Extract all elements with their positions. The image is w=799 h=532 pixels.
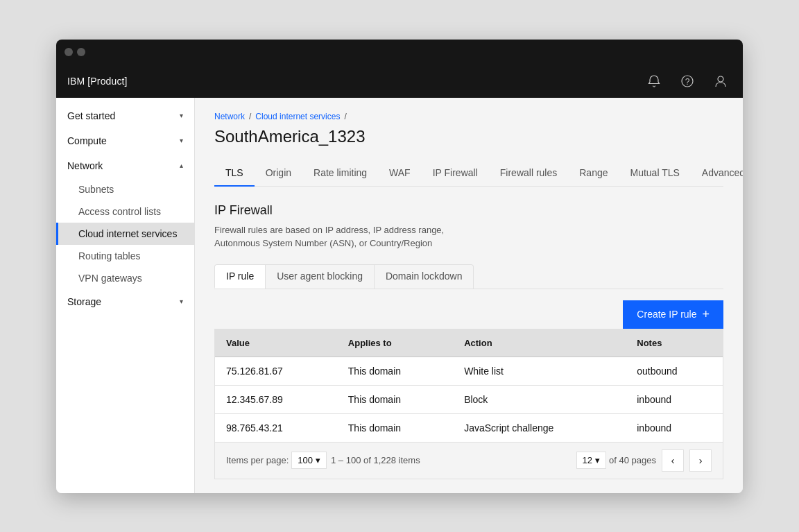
items-per-page-label: Items per page: bbox=[226, 455, 289, 465]
brand-label: IBM [Product] bbox=[67, 76, 128, 87]
items-per-page-select[interactable]: 100 ▾ bbox=[291, 452, 327, 469]
chevron-down-icon: ▾ bbox=[595, 455, 600, 465]
topnav: IBM [Product] ? bbox=[56, 65, 743, 98]
tab-range[interactable]: Range bbox=[568, 160, 619, 187]
sidebar-category-network[interactable]: Network ▴ bbox=[56, 153, 194, 178]
cell-applies-to: This domain bbox=[337, 385, 453, 413]
page-number-select[interactable]: 12 ▾ bbox=[576, 452, 606, 469]
titlebar bbox=[56, 40, 743, 65]
breadcrumb-network[interactable]: Network bbox=[214, 112, 245, 121]
pagination: Items per page: 100 ▾ 1 – 100 of 1,228 i… bbox=[215, 442, 723, 479]
col-header-notes: Notes bbox=[626, 329, 723, 357]
cell-value: 98.765.43.21 bbox=[215, 413, 337, 442]
chevron-down-icon: ▾ bbox=[180, 298, 183, 305]
window-controls bbox=[65, 48, 85, 56]
tab-advanced[interactable]: Advanced bbox=[691, 160, 743, 187]
sidebar-item-subnets[interactable]: Subnets bbox=[56, 178, 194, 200]
table-row[interactable]: 75.126.81.67 This domain White list outb… bbox=[215, 357, 723, 385]
items-range-label: 1 – 100 of 1,228 items bbox=[331, 455, 420, 465]
sub-tab-user-agent-blocking[interactable]: User agent blocking bbox=[265, 264, 375, 289]
tab-ip-firewall[interactable]: IP Firewall bbox=[422, 160, 489, 187]
sidebar-section-compute: Compute ▾ bbox=[56, 128, 194, 153]
cell-action: Block bbox=[453, 385, 626, 413]
cell-applies-to: This domain bbox=[337, 413, 453, 442]
svg-text:?: ? bbox=[685, 76, 690, 86]
page-select: 12 ▾ of 40 pages bbox=[576, 452, 656, 469]
firewall-description: Firewall rules are based on IP address, … bbox=[214, 223, 723, 250]
sidebar: Get started ▾ Compute ▾ Network ▴ Subnet… bbox=[56, 98, 195, 493]
main-layout: Get started ▾ Compute ▾ Network ▴ Subnet… bbox=[56, 98, 743, 493]
cell-notes: inbound bbox=[626, 413, 723, 442]
sidebar-section-get-started: Get started ▾ bbox=[56, 103, 194, 128]
tab-mutual-tls[interactable]: Mutual TLS bbox=[619, 160, 691, 187]
breadcrumb-cloud-internet[interactable]: Cloud internet services bbox=[255, 112, 340, 121]
tab-tls[interactable]: TLS bbox=[214, 160, 255, 187]
sidebar-section-network: Network ▴ Subnets Access control lists C… bbox=[56, 153, 194, 289]
next-page-button[interactable]: › bbox=[689, 449, 712, 472]
breadcrumb-sep-2: / bbox=[344, 112, 346, 121]
prev-page-button[interactable]: ‹ bbox=[662, 449, 684, 472]
col-header-applies-to: Applies to bbox=[337, 329, 453, 357]
chevron-down-icon: ▾ bbox=[180, 137, 183, 144]
notification-icon[interactable] bbox=[643, 70, 665, 92]
cell-value: 75.126.81.67 bbox=[215, 357, 337, 385]
dot-minimize bbox=[77, 48, 85, 56]
firewall-section-title: IP Firewall bbox=[214, 203, 723, 218]
sub-tab-ip-rule[interactable]: IP rule bbox=[214, 264, 266, 289]
table-row[interactable]: 98.765.43.21 This domain JavaScript chal… bbox=[215, 413, 723, 442]
sidebar-category-storage[interactable]: Storage ▾ bbox=[56, 289, 194, 314]
cell-action: White list bbox=[453, 357, 626, 385]
create-ip-rule-button[interactable]: Create IP rule + bbox=[623, 300, 723, 329]
sidebar-category-get-started[interactable]: Get started ▾ bbox=[56, 103, 194, 128]
chevron-down-icon: ▾ bbox=[316, 455, 320, 465]
dot-close bbox=[65, 48, 73, 56]
toolbar: Create IP rule + bbox=[214, 300, 723, 329]
cell-notes: outbound bbox=[626, 357, 723, 385]
sidebar-category-label: Get started bbox=[67, 110, 115, 121]
page-title: SouthAmerica_1323 bbox=[214, 127, 723, 146]
table-row[interactable]: 12.345.67.89 This domain Block inbound bbox=[215, 385, 723, 413]
tab-firewall-rules[interactable]: Firewall rules bbox=[489, 160, 568, 187]
tab-waf[interactable]: WAF bbox=[378, 160, 422, 187]
app-window: IBM [Product] ? bbox=[56, 40, 743, 493]
sidebar-item-cloud-internet-services[interactable]: Cloud internet services bbox=[56, 223, 194, 245]
topnav-icons: ? bbox=[643, 70, 732, 92]
sidebar-category-label: Compute bbox=[67, 135, 107, 146]
pagination-right: 12 ▾ of 40 pages ‹ › bbox=[576, 449, 712, 472]
cell-action: JavaScript challenge bbox=[453, 413, 626, 442]
svg-point-2 bbox=[718, 76, 723, 82]
sub-tabs: IP rule User agent blocking Domain lockd… bbox=[214, 264, 723, 289]
cell-notes: inbound bbox=[626, 385, 723, 413]
breadcrumb-sep-1: / bbox=[249, 112, 251, 121]
tab-origin[interactable]: Origin bbox=[255, 160, 302, 187]
col-header-value: Value bbox=[215, 329, 337, 357]
sidebar-category-label: Network bbox=[67, 160, 103, 171]
col-header-action: Action bbox=[453, 329, 626, 357]
pagination-left: Items per page: 100 ▾ 1 – 100 of 1,228 i… bbox=[226, 452, 420, 469]
user-icon[interactable] bbox=[710, 70, 732, 92]
sub-tab-domain-lockdown[interactable]: Domain lockdown bbox=[374, 264, 474, 289]
plus-icon: + bbox=[702, 307, 710, 322]
chevron-down-icon: ▾ bbox=[180, 112, 183, 119]
cell-applies-to: This domain bbox=[337, 357, 453, 385]
content-area: Network / Cloud internet services / Sout… bbox=[195, 98, 743, 493]
sidebar-item-vpn-gateways[interactable]: VPN gateways bbox=[56, 267, 194, 289]
main-tabs: TLS Origin Rate limiting WAF IP Firewall… bbox=[214, 160, 723, 187]
tab-rate-limiting[interactable]: Rate limiting bbox=[302, 160, 378, 187]
of-pages-label: of 40 pages bbox=[609, 455, 656, 465]
items-per-page: Items per page: 100 ▾ bbox=[226, 452, 327, 469]
chevron-up-icon: ▴ bbox=[180, 162, 183, 169]
sidebar-category-compute[interactable]: Compute ▾ bbox=[56, 128, 194, 153]
sidebar-section-storage: Storage ▾ bbox=[56, 289, 194, 314]
sidebar-item-access-control-lists[interactable]: Access control lists bbox=[56, 200, 194, 223]
help-icon[interactable]: ? bbox=[676, 70, 698, 92]
sidebar-item-routing-tables[interactable]: Routing tables bbox=[56, 245, 194, 267]
cell-value: 12.345.67.89 bbox=[215, 385, 337, 413]
breadcrumb: Network / Cloud internet services / bbox=[214, 112, 723, 121]
ip-rule-table: Value Applies to Action Notes 75.126.81.… bbox=[214, 329, 723, 479]
sidebar-category-label: Storage bbox=[67, 296, 101, 307]
